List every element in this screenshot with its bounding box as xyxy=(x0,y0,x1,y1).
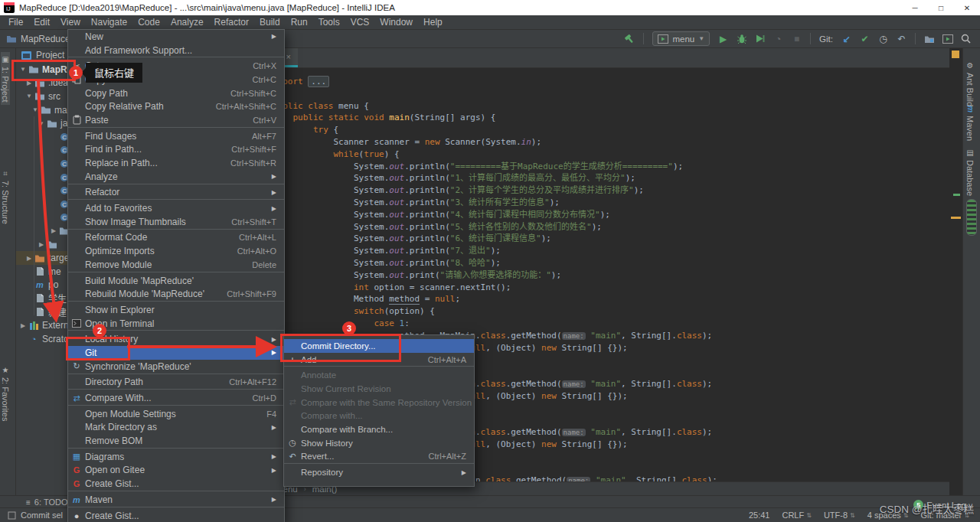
context-menu-add-framework-support[interactable]: Add Framework Support... xyxy=(68,44,284,57)
menubar-code[interactable]: Code xyxy=(132,17,165,28)
context-menu-create-gist[interactable]: ●Create Gist... xyxy=(68,509,284,522)
run-configuration-select[interactable]: menu▼ xyxy=(652,31,710,46)
menubar-tools[interactable]: Tools xyxy=(313,17,345,28)
context-menu-open-on-gitee[interactable]: GOpen on Gitee▶ xyxy=(68,464,284,478)
git-down-button[interactable]: ↙ xyxy=(838,31,854,47)
context-menu-find-usages[interactable]: Find UsagesAlt+F7 xyxy=(68,129,284,143)
tool-tab-database[interactable]: ▤Database xyxy=(965,148,975,196)
stripe-mark-green xyxy=(953,194,960,196)
git-menu-compare-with-branch[interactable]: Compare with Branch... xyxy=(284,422,474,436)
code-line: System.out.println("4、统计每门课程中相同分数分布情况"); xyxy=(273,209,949,221)
tree-toggle-icon[interactable]: ▶ xyxy=(18,322,28,329)
git-menu-repository[interactable]: Repository▶ xyxy=(284,465,474,479)
menubar-refactor[interactable]: Refactor xyxy=(209,17,254,28)
caret-position[interactable]: 25:41 xyxy=(749,511,770,520)
menubar-edit[interactable]: Edit xyxy=(28,17,55,28)
menu-item-shortcut: F4 xyxy=(266,409,276,419)
tree-toggle-icon[interactable]: ▶ xyxy=(49,227,58,234)
minimize-button[interactable]: ─ xyxy=(902,0,928,15)
menubar-file[interactable]: File xyxy=(3,17,28,28)
tab-close-icon[interactable]: × xyxy=(286,52,290,61)
maximize-button[interactable]: □ xyxy=(928,0,954,15)
context-menu-find-in-path[interactable]: Find in Path...Ctrl+Shift+F xyxy=(68,143,284,157)
profiler-button[interactable]: ◔ xyxy=(770,31,786,47)
context-menu-replace-in-path[interactable]: Replace in Path...Ctrl+Shift+R xyxy=(68,156,284,170)
encoding-widget[interactable]: UTF-8⇅ xyxy=(824,511,855,520)
context-menu-optimize-imports[interactable]: Optimize ImportsCtrl+Alt+O xyxy=(68,244,284,258)
debug-button[interactable] xyxy=(733,31,750,47)
tree-toggle-icon[interactable]: ▼ xyxy=(37,120,46,127)
breadcrumb-module[interactable]: MapReduce xyxy=(21,34,70,44)
tool-tab-2-favorites[interactable]: ★2: Favorites xyxy=(1,366,10,421)
context-menu-paste[interactable]: PasteCtrl+V xyxy=(68,113,284,127)
context-menu-show-in-explorer[interactable]: Show in Explorer xyxy=(68,303,284,317)
db-icon: ▤ xyxy=(966,148,975,157)
sync-icon: ↻ xyxy=(73,361,80,371)
tree-toggle-icon[interactable]: ▼ xyxy=(31,106,40,113)
context-menu-add-to-favorites[interactable]: Add to Favorites▶ xyxy=(68,201,284,215)
menu-item-label: Analyze xyxy=(85,171,118,182)
memory-indicator[interactable] xyxy=(966,199,977,236)
tree-toggle-icon[interactable]: ▼ xyxy=(24,93,34,100)
context-menu-copy-relative-path[interactable]: Copy Relative PathCtrl+Alt+Shift+C xyxy=(68,100,284,113)
coverage-button[interactable] xyxy=(752,31,768,47)
context-menu-directory-path[interactable]: Directory PathCtrl+Alt+F12 xyxy=(68,376,284,390)
context-menu-remove-bom[interactable]: Remove BOM xyxy=(68,434,284,448)
context-menu-refactor[interactable]: Refactor▶ xyxy=(68,186,284,200)
close-button[interactable]: ✕ xyxy=(954,0,980,15)
breadcrumb[interactable]: MapReduce xyxy=(0,34,70,44)
search-button[interactable] xyxy=(958,31,974,47)
git-menu-revert[interactable]: ↶Revert...Ctrl+Alt+Z xyxy=(284,450,474,464)
tool-run-button[interactable] xyxy=(939,31,956,47)
menubar-build[interactable]: Build xyxy=(254,17,286,28)
context-menu-analyze[interactable]: Analyze▶ xyxy=(68,170,284,184)
context-menu-mark-directory-as[interactable]: Mark Directory as▶ xyxy=(68,421,284,435)
clock-button[interactable]: ◷ xyxy=(875,31,891,47)
context-menu-reformat-code[interactable]: Reformat CodeCtrl+Alt+L xyxy=(68,231,284,245)
context-menu-diagrams[interactable]: ▦Diagrams▶ xyxy=(68,450,284,464)
context-menu-build-module-mapreduce[interactable]: Build Module 'MapReduce' xyxy=(68,274,284,288)
menu-item-shortcut: Ctrl+Alt+Z xyxy=(428,452,466,461)
context-menu-create-gist[interactable]: GCreate Gist... xyxy=(68,477,284,491)
coverage-icon xyxy=(755,34,765,44)
tab-todo[interactable]: 6: TODO xyxy=(34,498,68,507)
menubar-run[interactable]: Run xyxy=(286,17,313,28)
tool-tab-1-project[interactable]: ▣1: Project xyxy=(1,52,10,105)
context-menu-remove-module[interactable]: Remove ModuleDelete xyxy=(68,258,284,272)
stop-button[interactable]: ■ xyxy=(789,31,805,47)
context-menu-synchronize-mapreduce[interactable]: ↻Synchronize 'MapReduce' xyxy=(68,360,284,374)
menubar-navigate[interactable]: Navigate xyxy=(86,17,132,28)
tool-tab-maven[interactable]: mMaven xyxy=(965,106,975,141)
context-menu-new[interactable]: New▶ xyxy=(68,30,284,44)
menubar-window[interactable]: Window xyxy=(374,17,418,28)
tool-tab-ant-build[interactable]: ⚙Ant Build xyxy=(965,61,975,106)
context-menu-copy-path[interactable]: Copy PathCtrl+Shift+C xyxy=(68,86,284,100)
menu-item-label: Compare with Branch... xyxy=(301,425,393,434)
tool-folder-button[interactable] xyxy=(921,31,937,47)
tree-item-label: me xyxy=(48,266,61,277)
git-menu-show-history[interactable]: ◷Show History xyxy=(284,436,474,450)
context-menu-rebuild-module-mapreduce[interactable]: Rebuild Module 'MapReduce'Ctrl+Shift+F9 xyxy=(68,287,284,301)
context-menu-show-image-thumbnails[interactable]: Show Image ThumbnailsCtrl+Shift+T xyxy=(68,215,284,229)
line-separator-widget[interactable]: CRLF⇅ xyxy=(782,511,811,520)
check-button[interactable]: ✔ xyxy=(857,31,873,47)
menubar-vcs[interactable]: VCS xyxy=(345,17,375,28)
editor-scrollbar[interactable] xyxy=(949,47,963,482)
menu-item-shortcut: Ctrl+Alt+Shift+C xyxy=(216,102,276,111)
run-button[interactable]: ▶ xyxy=(715,31,731,47)
tree-toggle-icon[interactable]: ▶ xyxy=(37,241,46,248)
tree-toggle-icon[interactable]: ▶ xyxy=(24,255,34,262)
tool-tab-7-structure[interactable]: ⌗7: Structure xyxy=(1,170,10,224)
menubar-view[interactable]: View xyxy=(55,17,86,28)
annotation-box-commit xyxy=(280,334,401,362)
menubar-help[interactable]: Help xyxy=(418,17,448,28)
context-menu-open-module-settings[interactable]: Open Module SettingsF4 xyxy=(68,407,284,421)
context-menu-maven[interactable]: mMaven▶ xyxy=(68,493,284,507)
context-menu-compare-with[interactable]: ⇄Compare With...Ctrl+D xyxy=(68,391,284,405)
indent-guide xyxy=(34,116,34,315)
hammer-button[interactable] xyxy=(622,31,638,47)
menubar-analyze[interactable]: Analyze xyxy=(165,17,209,28)
undo-button[interactable]: ↶ xyxy=(893,31,910,47)
code-line: import ... xyxy=(273,76,949,88)
star-icon: ★ xyxy=(2,366,10,374)
